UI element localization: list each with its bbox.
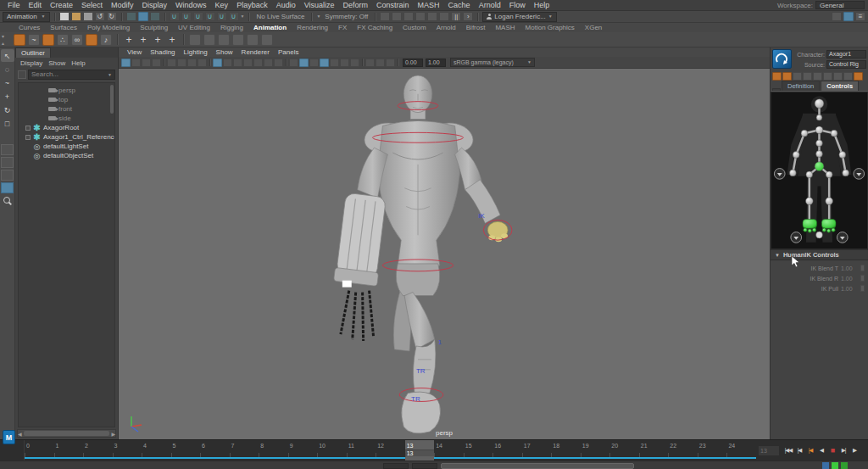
shelf-nav-arrows[interactable]: ▾▴ — [2, 33, 4, 46]
viewport-menu-item[interactable]: Lighting — [181, 48, 211, 56]
play-backwards-button[interactable]: ◀ — [816, 444, 826, 456]
safe-title-icon[interactable] — [274, 59, 283, 67]
menu-item[interactable]: Visualize — [300, 1, 339, 9]
make-live-icon[interactable]: ∪ — [229, 12, 239, 21]
time-editor-icon[interactable] — [232, 34, 244, 46]
xray-icon[interactable] — [376, 59, 385, 67]
frame-cell[interactable]: 15 — [464, 440, 493, 461]
set-key-icon[interactable] — [14, 34, 25, 46]
select-camera-icon[interactable] — [121, 59, 131, 67]
scale-tool[interactable]: □ — [1, 117, 14, 130]
frame-cell[interactable]: 6 — [200, 440, 230, 461]
bar-separator[interactable] — [286, 59, 287, 66]
stop-button[interactable]: ■ — [827, 444, 837, 456]
expand-toggle[interactable] — [41, 88, 46, 93]
ambient-occlusion-icon[interactable] — [340, 59, 349, 67]
menu-item[interactable]: Windows — [171, 1, 211, 9]
resolution-gate-icon[interactable] — [233, 59, 242, 67]
stance-pose-icon[interactable] — [813, 72, 822, 81]
ghosting-icon[interactable] — [247, 34, 259, 46]
workspace-settings-icon[interactable] — [832, 12, 842, 21]
scroll-left-icon[interactable]: ◀ — [18, 431, 22, 437]
layout-four-view[interactable] — [1, 157, 14, 168]
pose-editor-icon[interactable] — [203, 34, 215, 46]
control-value-field[interactable]: 1.00 — [841, 276, 858, 282]
shelf-tab[interactable]: UV Editing — [173, 24, 215, 32]
film-gate-icon[interactable] — [223, 59, 232, 67]
shelf-tab[interactable]: Surfaces — [45, 24, 82, 32]
menuset-dropdown[interactable]: Animation▼ — [3, 12, 50, 22]
shelf-tab[interactable]: Rigging — [215, 24, 248, 32]
outliner-item-defaultobjectset[interactable]: ◎ defaultObjectSet — [19, 151, 114, 160]
frame-cell[interactable]: 13 13 — [405, 440, 435, 461]
bookmark-icon[interactable] — [152, 59, 161, 67]
frame-cell[interactable]: 9 — [288, 440, 318, 461]
menu-item[interactable]: File — [3, 1, 25, 9]
menu-item[interactable]: MASH — [414, 1, 444, 9]
pause-icon[interactable]: || — [451, 12, 461, 21]
menu-item[interactable]: Arnold — [475, 1, 505, 9]
scroll-right-icon[interactable]: ▶ — [111, 431, 115, 437]
outliner-item-persp[interactable]: persp — [19, 86, 114, 95]
expand-toggle[interactable] — [25, 126, 31, 131]
constraint-icon[interactable]: ∞ — [71, 34, 83, 46]
search-input[interactable]: Search... ▼ — [28, 70, 115, 80]
isolate-select-icon[interactable] — [365, 59, 375, 67]
gate-mask-icon[interactable] — [243, 59, 253, 67]
playback-start-field[interactable] — [383, 463, 409, 469]
frame-cell[interactable]: 0 — [25, 440, 54, 461]
outliner-item-side[interactable]: side — [19, 114, 114, 123]
tab-stub[interactable] — [772, 88, 781, 91]
save-scene-icon[interactable] — [83, 12, 93, 21]
filter-icon[interactable] — [18, 70, 26, 79]
layout-single-pane[interactable] — [1, 144, 14, 155]
shelf-separator[interactable] — [183, 34, 184, 45]
live-surface-field[interactable]: No Live Surface — [253, 13, 307, 20]
outliner-vertical-scrollbar[interactable] — [110, 85, 114, 114]
outliner-tab[interactable]: Outliner — [15, 47, 51, 58]
shelf-tab[interactable]: MASH — [490, 24, 520, 32]
select-tool[interactable]: ↖ — [1, 49, 14, 62]
tab-controls[interactable]: Controls — [821, 81, 859, 91]
control-value-field[interactable]: 1.00 — [841, 265, 858, 271]
frame-cell[interactable]: 19 — [581, 440, 610, 461]
redo-icon[interactable]: ↻ — [107, 12, 117, 21]
graph-editor-icon[interactable] — [86, 34, 97, 46]
menu-item[interactable]: Modify — [107, 1, 138, 9]
slider-handle-icon[interactable] — [860, 285, 865, 292]
chevron-down-icon[interactable]: ▼ — [316, 14, 320, 19]
use-all-lights-icon[interactable] — [320, 59, 329, 67]
set-key-scale-icon[interactable]: + — [152, 34, 164, 46]
ipr-render-icon[interactable] — [392, 12, 402, 21]
edit-character-icon[interactable] — [772, 72, 782, 81]
rotate-tool[interactable]: ↻ — [1, 103, 14, 116]
viewport-menu-item[interactable]: Panels — [275, 48, 302, 56]
viewport-menu-item[interactable]: View — [124, 48, 145, 56]
user-account-dropdown[interactable]: Logan Frederic... ▼ — [482, 12, 556, 22]
range-slider-handle[interactable] — [441, 463, 634, 469]
cache-icon[interactable] — [841, 462, 848, 469]
select-hierarchy-icon[interactable] — [126, 12, 136, 21]
outliner-item-front[interactable]: front — [19, 104, 114, 114]
play-forward-button[interactable]: ▶ — [849, 444, 860, 456]
outliner-menu-item[interactable]: Help — [69, 59, 87, 67]
slider-handle-icon[interactable] — [860, 275, 865, 282]
frame-cell[interactable]: 3 — [113, 440, 142, 461]
shelf-tab[interactable]: Motion Graphics — [520, 24, 580, 32]
outliner-item-axagor1-ctrl-reference[interactable]: ✱ Axagor1_Ctrl_Reference — [19, 132, 114, 142]
shelf-tab[interactable]: Poly Modeling — [82, 24, 135, 32]
mirror-icon[interactable] — [823, 72, 832, 81]
frame-cell[interactable]: 5 — [171, 440, 201, 461]
frame-cell[interactable]: 17 — [522, 440, 552, 461]
menu-item[interactable]: Playback — [232, 1, 272, 9]
scrollbar-thumb[interactable] — [24, 431, 110, 436]
step-back-frame-button[interactable]: |◀ — [794, 444, 804, 456]
menu-item[interactable]: Key — [211, 1, 233, 9]
new-scene-icon[interactable] — [59, 12, 70, 21]
render-icon[interactable] — [380, 12, 390, 21]
outliner-item-axagorroot[interactable]: ✱ AxagorRoot — [19, 123, 114, 132]
layout-current[interactable] — [1, 182, 14, 193]
frame-cell[interactable]: 23 — [698, 440, 727, 461]
viewport-menu-item[interactable]: Show — [213, 48, 236, 56]
bar-separator[interactable] — [362, 59, 363, 66]
